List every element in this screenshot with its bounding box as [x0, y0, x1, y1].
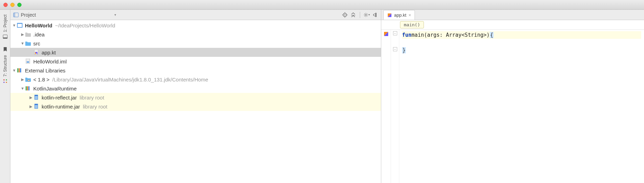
svg-rect-38 [28, 86, 29, 90]
tab-label: app.kt [394, 12, 406, 18]
svg-rect-26 [18, 24, 22, 27]
svg-point-15 [365, 14, 367, 16]
window-titlebar [0, 0, 644, 10]
tree-node-project-root[interactable]: ▼ HelloWorld ~/IdeaProjects/HelloWorld [10, 21, 381, 30]
svg-rect-34 [20, 68, 21, 72]
expand-arrow-icon[interactable]: ▶ [20, 32, 25, 37]
jar-icon [33, 95, 40, 100]
svg-point-2 [6, 81, 7, 83]
panel-title: Project [21, 12, 36, 18]
svg-point-3 [3, 81, 5, 83]
locate-icon[interactable] [342, 12, 348, 18]
window-minimize-button[interactable] [10, 3, 15, 7]
svg-rect-1 [3, 37, 7, 38]
code-editor[interactable]: fun main(args: Array<String>) { } [399, 30, 644, 183]
expand-arrow-icon[interactable]: ▼ [12, 23, 17, 27]
svg-point-9 [345, 14, 346, 15]
svg-rect-42 [35, 104, 38, 105]
editor-panel: app.kt × main() − − fun main(args: [381, 10, 644, 183]
svg-line-21 [367, 16, 367, 16]
rail-item-project[interactable]: 1: Project [1, 11, 9, 43]
rail-label: 1: Project [3, 15, 8, 32]
svg-point-35 [28, 80, 30, 81]
fold-toggle-icon[interactable]: − [393, 31, 397, 35]
hide-panel-icon[interactable] [372, 12, 378, 18]
code-line[interactable]: } [402, 46, 641, 54]
expand-arrow-icon[interactable]: ▼ [12, 68, 17, 72]
code-text: main(args: Array<String>) [411, 32, 490, 38]
expand-arrow-icon[interactable]: ▶ [28, 95, 33, 100]
svg-point-5 [3, 79, 5, 80]
breadcrumb: main() [381, 20, 644, 30]
rail-item-structure[interactable]: 7: Structure [1, 52, 9, 87]
project-view-icon [13, 12, 19, 18]
expand-arrow-icon[interactable]: ▼ [20, 86, 25, 90]
file-type-strip [381, 30, 391, 183]
structure-icon [3, 79, 8, 84]
source-folder-icon [25, 41, 31, 46]
keyword: fun [402, 32, 411, 38]
editor-gutter[interactable]: − − [391, 30, 399, 183]
svg-rect-40 [35, 95, 38, 96]
bookmark-icon [3, 47, 8, 52]
close-icon[interactable]: × [408, 12, 411, 18]
svg-rect-36 [26, 86, 27, 90]
collapse-all-icon[interactable] [350, 12, 356, 18]
project-view-combo[interactable]: ▾ [114, 13, 116, 17]
editor-tabbar: app.kt × [381, 10, 644, 20]
tool-window-rail: 1: Project 7: Structure [0, 10, 10, 183]
svg-point-4 [6, 79, 7, 80]
folder-icon [25, 32, 31, 37]
kotlin-file-icon [33, 50, 40, 55]
brace: } [402, 47, 406, 53]
svg-rect-7 [14, 13, 15, 17]
module-file-icon [25, 59, 31, 64]
tree-node-folder-src[interactable]: ▼ src [10, 39, 381, 48]
module-icon [17, 23, 23, 28]
project-panel: Project ▾ ▾ [10, 10, 381, 183]
jar-icon [33, 104, 40, 109]
jdk-icon [25, 77, 31, 82]
svg-rect-32 [17, 68, 18, 72]
kotlin-file-icon [387, 13, 392, 18]
svg-rect-31 [27, 61, 29, 63]
project-panel-header: Project ▾ ▾ [10, 10, 381, 20]
brace: { [490, 32, 494, 38]
tree-node-jdk[interactable]: ▶ < 1.8 > /Library/Java/JavaVirtualMachi… [10, 75, 381, 84]
project-icon [3, 34, 8, 39]
tree-node-jar[interactable]: ▶ kotlin-reflect.jar library root [10, 93, 381, 102]
rail-label: 7: Structure [3, 55, 8, 77]
code-line[interactable]: fun main(args: Array<String>) { [402, 31, 641, 39]
tree-node-folder[interactable]: ▶ .idea [10, 30, 381, 39]
window-close-button[interactable] [3, 3, 8, 7]
library-group-icon [25, 86, 31, 91]
tree-node-jar[interactable]: ▶ kotlin-runtime.jar library root [10, 102, 381, 111]
expand-arrow-icon[interactable]: ▶ [28, 104, 33, 109]
svg-line-23 [367, 13, 367, 14]
svg-rect-37 [27, 86, 28, 90]
fold-toggle-icon[interactable]: − [393, 47, 397, 51]
editor-tab[interactable]: app.kt × [383, 10, 415, 20]
gear-icon[interactable]: ▾ [364, 12, 370, 18]
expand-arrow-icon[interactable]: ▶ [20, 77, 25, 82]
breadcrumb-item[interactable]: main() [400, 21, 424, 28]
tree-node-file-selected[interactable]: app.kt [10, 48, 381, 57]
svg-line-22 [364, 16, 365, 16]
tree-node-external-libraries[interactable]: ▼ External Libraries [10, 66, 381, 75]
tree-node-library[interactable]: ▼ KotlinJavaRuntime [10, 84, 381, 93]
svg-rect-33 [19, 68, 20, 72]
svg-line-20 [364, 13, 365, 14]
kotlin-file-icon [383, 31, 389, 37]
libraries-icon [17, 68, 23, 73]
expand-arrow-icon[interactable]: ▼ [20, 41, 25, 45]
project-tree[interactable]: ▼ HelloWorld ~/IdeaProjects/HelloWorld ▶… [10, 20, 381, 183]
window-maximize-button[interactable] [17, 3, 21, 7]
code-line[interactable] [402, 39, 641, 46]
tree-node-file[interactable]: HelloWorld.iml [10, 57, 381, 66]
svg-rect-24 [375, 13, 376, 17]
